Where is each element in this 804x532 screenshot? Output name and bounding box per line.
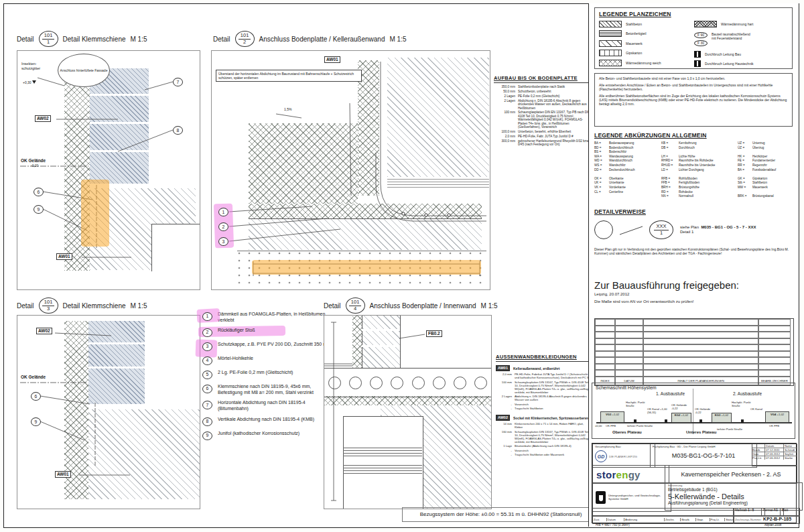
abbr-row: MW =Mauerwerk [738, 186, 793, 190]
abbr-row: WS =Wandschlitz [594, 163, 656, 168]
f30-oval-icon: F 30 [694, 40, 708, 46]
plan-sheet: Detail 1011 Detail Klemmschiene M 1:5 An… [0, 0, 804, 532]
aufbau-row: 2 Lagen PE-Folie 0,2 mm (Gleitschicht) [494, 94, 592, 98]
abbr-row: FFB =Fertigfußboden [661, 181, 732, 186]
callout-number: 7 [202, 401, 212, 409]
detail-4-header: Detail 1014 Anschluss Bodenplatte / Inne… [324, 297, 498, 314]
aw01-rows: 2,0 mm PE-HD-Folie, Fabrikat JUTA Typ Ju… [496, 373, 592, 410]
detail-4-title: Anschluss Bodenplatte / Innenwand [370, 302, 476, 310]
note-paragraph: Alle erdberührten Stahlbetonoberflächen … [599, 94, 788, 106]
gd-logo-sub: DIE PLANER LEIPZIG [609, 455, 637, 458]
aufbau-rows: 350,0 mm Stahlbetonbodenplatte nach Stat… [494, 85, 592, 147]
storengy-logo-cell: storengy [592, 465, 669, 484]
tick [634, 419, 636, 423]
callout-number: 4 [202, 356, 212, 365]
hollowcore-void [412, 377, 425, 389]
stufe-1-label: 1. Ausbaustufe [656, 391, 685, 397]
legend-abkuerzungen: LEGENDE ABKÜRZUNGEN ALLGEMEIN BA =Bodena… [594, 132, 793, 199]
detail-3-header: Detail 1013 Detail Klemmschiene M 1:5 [17, 297, 147, 314]
label-aw02: AW02 [36, 328, 52, 334]
aufbau-row: 100,0 mm Unterbeton, bewehrt, erhöhte Eb… [494, 130, 592, 133]
f90-oval-icon: F 90 [694, 32, 708, 38]
legend-right-column: Wärmedämmung hart F 90 F 30 Bauteil raum… [694, 17, 788, 67]
detail-circle-icon [594, 220, 613, 239]
mauerwerk-swatch-icon [599, 40, 622, 47]
aw02-rows: 14 mm Klinkerriemchen 240 x 71 x 14 mm, … [496, 422, 592, 456]
detail-2-header: Detail 1012 Anschluss Bodenplatte / Kell… [213, 31, 407, 47]
freigabe-title: Zur Bauausführung freigegeben: [594, 279, 793, 291]
aufbau-panel: AUFBAU BIS OK BODENPLATTE 350,0 mm Stahl… [494, 75, 592, 147]
detail-1-scale: M 1:5 [131, 36, 147, 43]
callout-item-1: 1 Dämmkeil aus FOAMGLAS-Platten, in Heiß… [202, 312, 331, 323]
inner-wall-hatch [362, 316, 401, 368]
abbr-row: UK =Unterkante [594, 181, 656, 186]
abbr-row: FE =Fundamenterder [738, 159, 793, 163]
abbr-row: LH =Lichte Höhe [661, 155, 732, 159]
plateau-oberes: Oberes Plateau [612, 430, 642, 435]
empty-strip [592, 508, 734, 517]
tick [699, 419, 702, 423]
callout-9: 9 [34, 205, 44, 214]
callout-item-4: 4Mörtel-Hohlkehle [202, 356, 331, 365]
abbr-row [738, 150, 793, 155]
detail-word: Detail [17, 36, 34, 43]
kg3-box: KG3 +1,02 [712, 413, 732, 423]
sockel-level: +0,30 [23, 80, 36, 84]
orange-highlight [81, 180, 109, 247]
underslab-insulation-hatch [324, 396, 491, 405]
callout-3: 3 [218, 237, 228, 246]
tiefster-left: tiefster Punkt Straße [627, 424, 658, 427]
legend-title: LEGENDE PLANZEICHEN [599, 11, 788, 17]
tick [665, 419, 667, 423]
detail-word: Detail [17, 302, 34, 310]
plateau-unteres: Unteres Plateau [686, 430, 716, 435]
abbr-row [738, 172, 793, 177]
aw-row: - Tragschicht Stahlbeton [496, 407, 592, 410]
divider [496, 361, 592, 362]
approvals-cell: Datum Name Bearb. 07.12.2011 Schmidt Gep… [752, 444, 797, 466]
vg4-box: VG4 +1,02 [765, 411, 789, 423]
detail-word: Detail [213, 36, 230, 43]
abbr-row: DB =Durchbruch [661, 146, 732, 151]
aw-row: 14 mm Klinkerriemchen 240 x 71 x 14 mm, … [496, 422, 592, 429]
abbr-row: KB =Kernbohrung [661, 141, 732, 146]
callout-item-3: 3 Schutzkappe, z.B. PYE PV 200 DD, Zusch… [202, 342, 331, 351]
verweise-title: DETAILVERWEISE [594, 208, 793, 215]
daemmung-weich-swatch-icon [599, 60, 622, 66]
aw-row: 2,0 mm PE-HD-Folie, Fabrikat JUTA Typ Ju… [496, 373, 592, 379]
joint-line [88, 342, 145, 344]
abbr-row: BA =Fussbodenablauf [738, 168, 793, 173]
aw-row: 100 mm Schaumglasplatten DIN 13167, Typ … [496, 381, 592, 394]
abbr-row: CL =Centerline [594, 190, 656, 195]
callout-number: 6 [202, 385, 212, 393]
approvals-rows: Bearb. 07.12.2011 Schmidt Gepr. 07.06.20… [752, 448, 797, 460]
leader-line [620, 224, 643, 236]
aufbau-row: 350,0 mm Stahlbetonbodenplatte nach Stat… [494, 85, 592, 88]
height-reference-note: Bezugssystem der Höhe: ±0.00 = 55.31 m ü… [402, 507, 600, 522]
detail-1-header: Detail 1011 Detail Klemmschiene M 1:5 [17, 31, 147, 47]
ugs-logo-icon [596, 491, 606, 504]
fassade-callout-oval: Anschluss hinterlüftete Fassade [58, 54, 110, 87]
foundation-strip [343, 464, 422, 474]
general-notes: Alle Beton- und Stahlbetonbauteile sind … [594, 73, 793, 127]
detail-2-scale: M 1:5 [389, 36, 406, 43]
tiefster-right: tiefster Punkt Straße [717, 427, 748, 431]
xxx-ref-bubble: XXX1 [649, 220, 673, 239]
gelaende-level: -0,20 [31, 163, 38, 168]
aufbau-row: 2,0 mm PE-HD-Folie, Fabr. JUTA Typ Junif… [494, 135, 592, 138]
joint-line [90, 150, 149, 152]
abbr-row: NN =Normalnull [661, 194, 732, 199]
storengy-logo: storengy [596, 469, 641, 480]
detail-1-title: Detail Klemmschiene [63, 36, 126, 43]
callout-6: 6 [31, 392, 41, 401]
abbr-title: LEGENDE ABKÜRZUNGEN ALLGEMEIN [594, 132, 793, 139]
aw-row: - Tragschicht Stahlbeton oder Mauerwerk [496, 453, 592, 456]
detail-3-ref-bubble: 1013 [39, 297, 58, 314]
precast-wall-hatch [90, 68, 149, 184]
detail-1-ref-bubble: 1011 [39, 31, 58, 47]
hoehe-title: Schemaschnitt Höhensystem [596, 385, 657, 391]
abbr-row: ÜZ =Überzug [738, 146, 793, 151]
stufe-2-label: 2. Ausbaustufe [733, 391, 762, 397]
detail-2-drawing: AW01 Überstand der horizontalen Abdichtu… [211, 50, 490, 290]
detail-4-scale: M 1:5 [481, 302, 498, 310]
